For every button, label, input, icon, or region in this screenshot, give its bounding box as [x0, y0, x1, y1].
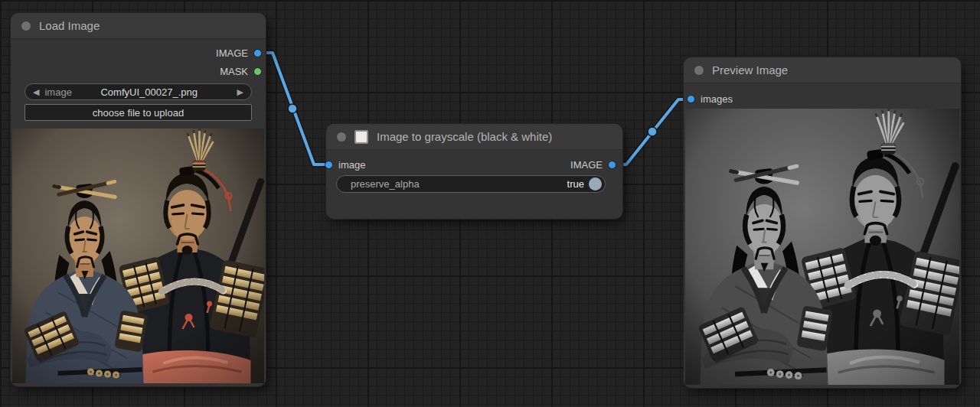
node-preview-titlebar[interactable]: Preview Image [684, 57, 961, 83]
node-image-to-grayscale[interactable]: Image to grayscale (black & white) image… [326, 124, 622, 219]
toggle-value: true [567, 178, 584, 190]
input-port-dot[interactable] [687, 95, 695, 103]
output-port-label: IMAGE [570, 159, 603, 171]
output-port-dot[interactable] [608, 161, 616, 169]
collapse-dot-icon[interactable] [694, 66, 704, 75]
combo-value: ComfyUI_00027_.png [72, 86, 237, 98]
input-port-dot[interactable] [325, 161, 333, 169]
combo-next-icon[interactable]: ▶ [237, 88, 243, 96]
loaded-image-preview [12, 129, 264, 383]
preserve-alpha-toggle[interactable]: preserve_alpha true [336, 175, 606, 193]
combo-label: image [44, 86, 71, 98]
link-load-to-grayscale[interactable] [258, 53, 327, 164]
node-load-image-titlebar[interactable]: Load Image [11, 13, 266, 39]
collapse-dot-icon[interactable] [21, 21, 31, 31]
link-midpoint-dot[interactable] [648, 127, 657, 136]
output-port-label: MASK [220, 66, 248, 77]
input-port-label: images [701, 93, 733, 105]
node-title: Preview Image [712, 63, 788, 77]
toggle-label: preserve_alpha [351, 178, 567, 190]
choose-file-button[interactable]: choose file to upload [24, 104, 252, 121]
link-midpoint-dot[interactable] [288, 104, 297, 113]
output-port-mask: MASK [220, 65, 262, 77]
output-port-dot[interactable] [253, 49, 262, 57]
node-grayscale-titlebar[interactable]: Image to grayscale (black & white) [326, 124, 622, 150]
square-node-icon [354, 130, 368, 144]
collapse-dot-icon[interactable] [337, 132, 346, 142]
link-grayscale-to-preview[interactable] [612, 99, 690, 164]
input-port-image: image [325, 158, 365, 171]
output-port-image: IMAGE [570, 158, 616, 171]
image-file-combo[interactable]: ◀ image ComfyUI_00027_.png ▶ [24, 83, 252, 100]
grayscale-image-preview [685, 109, 959, 385]
toggle-knob-icon[interactable] [589, 177, 602, 190]
node-preview-image[interactable]: Preview Image images [684, 57, 961, 388]
output-port-label: IMAGE [216, 47, 248, 59]
node-title: Image to grayscale (black & white) [377, 130, 552, 143]
input-port-label: image [338, 159, 365, 171]
node-title: Load Image [39, 19, 100, 32]
combo-prev-icon[interactable]: ◀ [33, 88, 39, 96]
input-port-images: images [687, 93, 733, 105]
node-load-image[interactable]: Load Image IMAGE MASK ◀ image ComfyUI_00… [11, 13, 266, 386]
output-port-image: IMAGE [216, 47, 262, 59]
output-port-dot[interactable] [253, 67, 262, 76]
